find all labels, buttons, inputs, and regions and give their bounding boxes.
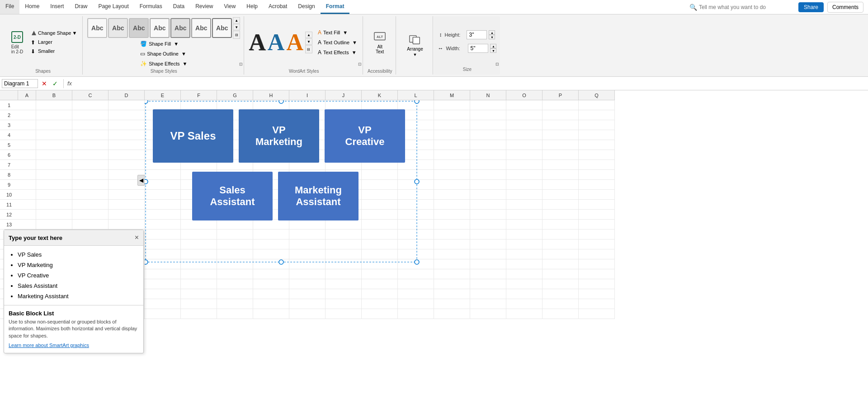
tab-data[interactable]: Data xyxy=(168,0,190,14)
cell-K19[interactable] xyxy=(362,279,398,289)
shape-outline-button[interactable]: ▭ Shape Outline ▼ xyxy=(138,50,189,58)
height-up[interactable]: ▲ xyxy=(489,30,495,35)
cell-Q15[interactable] xyxy=(579,239,615,249)
cell-M1[interactable] xyxy=(434,100,470,110)
tab-help[interactable]: Help xyxy=(241,0,263,14)
cell-C7[interactable] xyxy=(72,160,108,170)
cell-P3[interactable] xyxy=(542,120,579,130)
cell-P20[interactable] xyxy=(542,289,579,299)
cell-D1[interactable] xyxy=(108,100,145,110)
cell-M10[interactable] xyxy=(434,190,470,200)
cell-N8[interactable] xyxy=(470,170,506,180)
cell-B13[interactable] xyxy=(36,220,72,230)
cell-B12[interactable] xyxy=(36,210,72,220)
cell-O14[interactable] xyxy=(506,230,542,239)
diagram-box-marketing-assistant[interactable]: Marketing Assistant xyxy=(278,172,359,220)
style-box-3[interactable]: Abc xyxy=(129,18,149,38)
cell-Q13[interactable] xyxy=(579,220,615,230)
tab-view[interactable]: View xyxy=(219,0,241,14)
cell-B8[interactable] xyxy=(36,170,72,180)
name-box[interactable] xyxy=(2,79,38,88)
cell-M7[interactable] xyxy=(434,160,470,170)
cell-I19[interactable] xyxy=(289,279,326,289)
wordart-scroll-arrows[interactable]: ▲ ▼ ⊟ xyxy=(305,32,312,53)
comments-button[interactable]: Comments xyxy=(827,2,863,13)
tab-home[interactable]: Home xyxy=(19,0,45,14)
cell-Q9[interactable] xyxy=(579,180,615,190)
cell-M22[interactable] xyxy=(434,309,470,319)
cell-P21[interactable] xyxy=(542,299,579,309)
nav-collapse-arrow[interactable]: ◀ xyxy=(137,175,145,186)
cell-M14[interactable] xyxy=(434,230,470,239)
list-item-vp-marketing[interactable]: VP Marketing xyxy=(18,260,136,270)
cell-M6[interactable] xyxy=(434,150,470,160)
cell-O1[interactable] xyxy=(506,100,542,110)
tab-format[interactable]: Format xyxy=(321,0,350,14)
cell-N11[interactable] xyxy=(470,200,506,210)
cell-Q10[interactable] xyxy=(579,190,615,200)
cell-D7[interactable] xyxy=(108,160,145,170)
cell-O17[interactable] xyxy=(506,259,542,269)
style-scroll-arrows[interactable]: ▲ ▼ ⊟ xyxy=(233,17,240,39)
cell-L19[interactable] xyxy=(398,279,434,289)
diagram-box-vp-sales[interactable]: VP Sales xyxy=(153,109,233,163)
cell-C2[interactable] xyxy=(72,110,108,120)
cell-N21[interactable] xyxy=(470,299,506,309)
cell-Q20[interactable] xyxy=(579,289,615,299)
tab-page-layout[interactable]: Page Layout xyxy=(93,0,134,14)
cell-Q4[interactable] xyxy=(579,130,615,140)
cell-E22[interactable] xyxy=(145,309,181,319)
cell-Q19[interactable] xyxy=(579,279,615,289)
cell-B5[interactable] xyxy=(36,140,72,150)
width-input[interactable] xyxy=(468,44,488,53)
cell-C12[interactable] xyxy=(72,210,108,220)
cell-H22[interactable] xyxy=(253,309,289,319)
cell-E21[interactable] xyxy=(145,299,181,309)
cell-A6[interactable] xyxy=(18,150,36,160)
cell-D11[interactable] xyxy=(108,200,145,210)
cell-O10[interactable] xyxy=(506,190,542,200)
width-down[interactable]: ▼ xyxy=(490,48,496,53)
list-item-vp-sales[interactable]: VP Sales xyxy=(18,249,136,260)
cell-A3[interactable] xyxy=(18,120,36,130)
cell-P12[interactable] xyxy=(542,210,579,220)
cell-G21[interactable] xyxy=(217,299,253,309)
cell-C5[interactable] xyxy=(72,140,108,150)
cell-M9[interactable] xyxy=(434,180,470,190)
style-box-5[interactable]: Abc xyxy=(170,18,190,38)
cell-F22[interactable] xyxy=(181,309,217,319)
cell-D13[interactable] xyxy=(108,220,145,230)
cell-C9[interactable] xyxy=(72,180,108,190)
cell-O21[interactable] xyxy=(506,299,542,309)
cell-M21[interactable] xyxy=(434,299,470,309)
list-item-marketing-assistant[interactable]: Marketing Assistant xyxy=(18,291,136,301)
shape-effects-button[interactable]: ✨ Shape Effects ▼ xyxy=(138,60,189,68)
learn-more-link[interactable]: Learn more about SmartArt graphics xyxy=(9,342,89,348)
cell-N14[interactable] xyxy=(470,230,506,239)
cell-F21[interactable] xyxy=(181,299,217,309)
cell-B10[interactable] xyxy=(36,190,72,200)
width-spinner[interactable]: ▲ ▼ xyxy=(490,44,496,53)
cell-D6[interactable] xyxy=(108,150,145,160)
cell-M20[interactable] xyxy=(434,289,470,299)
cell-M11[interactable] xyxy=(434,200,470,210)
cell-O6[interactable] xyxy=(506,150,542,160)
cell-Q17[interactable] xyxy=(579,259,615,269)
cell-N2[interactable] xyxy=(470,110,506,120)
height-input[interactable] xyxy=(467,30,487,39)
cell-Q5[interactable] xyxy=(579,140,615,150)
cell-M15[interactable] xyxy=(434,239,470,249)
cell-P9[interactable] xyxy=(542,180,579,190)
confirm-formula-button[interactable]: ✓ xyxy=(51,79,60,88)
cell-Q14[interactable] xyxy=(579,230,615,239)
edit-2d-button[interactable]: 2-D Editin 2-D xyxy=(7,29,27,55)
cell-I22[interactable] xyxy=(289,309,326,319)
cell-N3[interactable] xyxy=(470,120,506,130)
width-up[interactable]: ▲ xyxy=(490,44,496,48)
cell-G20[interactable] xyxy=(217,289,253,299)
text-fill-button[interactable]: A Text Fill ▼ xyxy=(316,28,359,37)
cell-P10[interactable] xyxy=(542,190,579,200)
cell-D4[interactable] xyxy=(108,130,145,140)
cell-N10[interactable] xyxy=(470,190,506,200)
cell-P22[interactable] xyxy=(542,309,579,319)
